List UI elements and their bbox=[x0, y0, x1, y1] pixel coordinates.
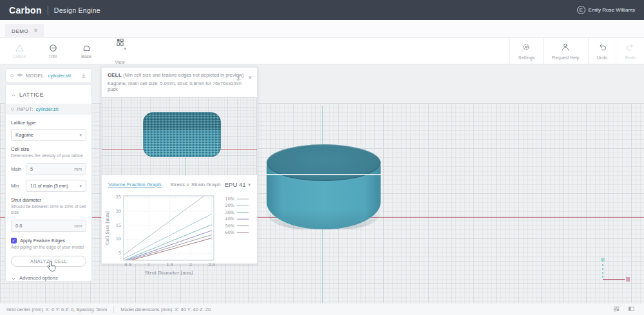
download-icon[interactable] bbox=[80, 70, 87, 81]
min-cell-size-select[interactable]: 1/1 of main (5 mm) ▾ bbox=[26, 180, 86, 192]
svg-text:5: 5 bbox=[118, 251, 120, 256]
chevron-down-icon bbox=[11, 272, 16, 282]
chevron-down-icon: ▾ bbox=[124, 46, 127, 51]
apply-feature-edges-label: Apply Feature Edges bbox=[20, 238, 65, 243]
lattice-icon bbox=[15, 43, 24, 53]
input-filename: cylinder.stl bbox=[36, 106, 59, 112]
model-filename: cylinder.stl bbox=[48, 73, 71, 79]
chevron-down-icon: ▾ bbox=[79, 184, 82, 189]
brand-logo: Carbon bbox=[9, 5, 42, 15]
lattice-section-header[interactable]: LATTICE bbox=[6, 85, 91, 104]
toolbar-right-group: Settings Request Help Undo Redo bbox=[509, 38, 644, 64]
strut-diameter-desc: Should be between 10% to 20% of cell siz… bbox=[11, 204, 86, 215]
svg-text:20: 20 bbox=[115, 209, 120, 214]
lattice-tool-button: Lattice bbox=[5, 43, 33, 59]
base-tool-button[interactable]: Base bbox=[72, 43, 100, 59]
apply-feature-edges-row[interactable]: ✓ Apply Feature Edges bbox=[11, 238, 86, 243]
title-bar: Carbon Design Engine E Emily Rose Willia… bbox=[0, 0, 644, 20]
person-icon bbox=[561, 43, 570, 54]
gizmo-x-axis bbox=[603, 279, 625, 280]
axis-gizmo bbox=[598, 258, 636, 283]
tab-close-icon[interactable]: × bbox=[33, 28, 37, 34]
svg-text:15: 15 bbox=[115, 223, 120, 228]
svg-text:1.5: 1.5 bbox=[166, 262, 173, 267]
lattice-cell-preview bbox=[143, 112, 221, 157]
cell-size-desc: Determines the density of your lattice bbox=[11, 153, 86, 158]
tab-demo[interactable]: DEMO × bbox=[5, 24, 44, 38]
svg-text:10%: 10% bbox=[225, 196, 234, 202]
gizmo-x-cap bbox=[626, 277, 630, 282]
strut-diameter-field: mm bbox=[11, 220, 86, 232]
lattice-type-select[interactable]: Kagome ▾ bbox=[11, 129, 86, 141]
base-icon bbox=[82, 43, 91, 53]
svg-text:1: 1 bbox=[147, 262, 149, 267]
input-radio-icon[interactable] bbox=[11, 108, 14, 111]
advanced-options-label: Advanced options bbox=[19, 275, 58, 281]
input-label: INPUT: bbox=[17, 106, 33, 112]
puck-highlight-line bbox=[267, 174, 381, 175]
feature-edges-desc: Add piping on the edge of your model bbox=[11, 245, 86, 250]
svg-text:20%: 20% bbox=[225, 203, 234, 208]
material-dropdown[interactable]: EPU 41 ▾ bbox=[225, 181, 251, 188]
tab-stress-strain-graph[interactable]: Stress v. Strain Graph bbox=[170, 182, 220, 187]
strut-unit: mm bbox=[70, 224, 86, 228]
user-name: Emily Rose Williams bbox=[589, 7, 635, 13]
settings-button[interactable]: Settings bbox=[509, 38, 543, 64]
tab-strip: DEMO × bbox=[0, 20, 644, 38]
brand-divider bbox=[48, 6, 48, 15]
grid-squares-icon[interactable] bbox=[613, 303, 620, 315]
svg-text:Cell Size [mm]: Cell Size [mm] bbox=[105, 211, 110, 245]
tab-volume-fraction-graph[interactable]: Volume Fraction Graph bbox=[108, 182, 161, 187]
svg-text:50%: 50% bbox=[225, 224, 234, 229]
svg-text:0.5: 0.5 bbox=[124, 262, 131, 267]
gear-icon bbox=[522, 43, 531, 54]
tab-label: DEMO bbox=[12, 28, 28, 34]
main-cell-size-input[interactable] bbox=[26, 166, 70, 172]
cell-panel-subtitle: Kagome, main cell size: 5.0mm, strut: 0.… bbox=[108, 81, 251, 92]
close-icon[interactable]: × bbox=[248, 75, 252, 81]
svg-text:2.5: 2.5 bbox=[208, 262, 214, 267]
cell-panel-title: CELL bbox=[108, 72, 122, 78]
user-menu[interactable]: E Emily Rose Williams bbox=[577, 6, 635, 14]
view-tool-button[interactable]: ▾ View bbox=[106, 37, 134, 64]
eye-icon[interactable] bbox=[16, 70, 23, 81]
checkbox-checked-icon[interactable]: ✓ bbox=[11, 238, 17, 243]
analyze-cell-button[interactable]: ANALYZE CELL bbox=[11, 256, 86, 267]
layout-split-icon[interactable] bbox=[628, 303, 635, 315]
input-row: INPUT: cylinder.stl bbox=[6, 104, 91, 115]
main-unit: mm bbox=[70, 167, 86, 171]
model-cylinder-puck[interactable] bbox=[267, 144, 381, 230]
product-name: Design Engine bbox=[54, 6, 100, 14]
advanced-options-toggle[interactable]: Advanced options bbox=[11, 272, 86, 282]
cell-panel-note: (Min cell size and feature edges not dep… bbox=[123, 72, 243, 78]
model-radio-icon[interactable] bbox=[10, 74, 14, 77]
svg-text:25: 25 bbox=[115, 195, 120, 200]
min-cell-size-row: Min 1/1 of main (5 mm) ▾ bbox=[11, 180, 86, 192]
undo-button[interactable]: Undo bbox=[588, 38, 616, 64]
puck-top-surface bbox=[267, 144, 381, 181]
model-dimensions-status: Model dimensions (mm): X: 40 Y: 40 Z: 20 bbox=[114, 307, 217, 312]
chevron-down-icon: ▾ bbox=[79, 133, 82, 138]
request-help-button[interactable]: Request Help bbox=[543, 38, 587, 64]
model-panel: MODEL: cylinder.stl bbox=[5, 68, 92, 82]
chevron-up-icon bbox=[11, 89, 16, 100]
redo-button: Redo bbox=[616, 38, 644, 64]
cell-panel: CELL (Min cell size and feature edges no… bbox=[101, 67, 258, 264]
viewport-3d[interactable] bbox=[0, 64, 644, 303]
lattice-section-title: LATTICE bbox=[19, 91, 44, 98]
min-cell-size-value: 1/1 of main (5 mm) bbox=[30, 184, 68, 188]
strut-diameter-input[interactable] bbox=[12, 223, 70, 229]
svg-text:60%: 60% bbox=[225, 230, 234, 235]
main-toolbar: Lattice Trim Base ▾ View Settings Reques… bbox=[0, 38, 644, 64]
trim-tool-button[interactable]: Trim bbox=[39, 43, 67, 59]
undo-icon bbox=[598, 43, 607, 54]
svg-text:40%: 40% bbox=[225, 216, 234, 222]
svg-text:30%: 30% bbox=[225, 210, 234, 215]
svg-text:10: 10 bbox=[115, 236, 120, 242]
cell-panel-header: CELL (Min cell size and feature edges no… bbox=[102, 68, 257, 95]
download-icon[interactable] bbox=[235, 72, 242, 84]
svg-text:2: 2 bbox=[189, 262, 192, 267]
cell-preview-area bbox=[102, 97, 257, 175]
hand-cursor-icon bbox=[46, 261, 57, 274]
preview-teal-axis-line bbox=[185, 157, 185, 175]
